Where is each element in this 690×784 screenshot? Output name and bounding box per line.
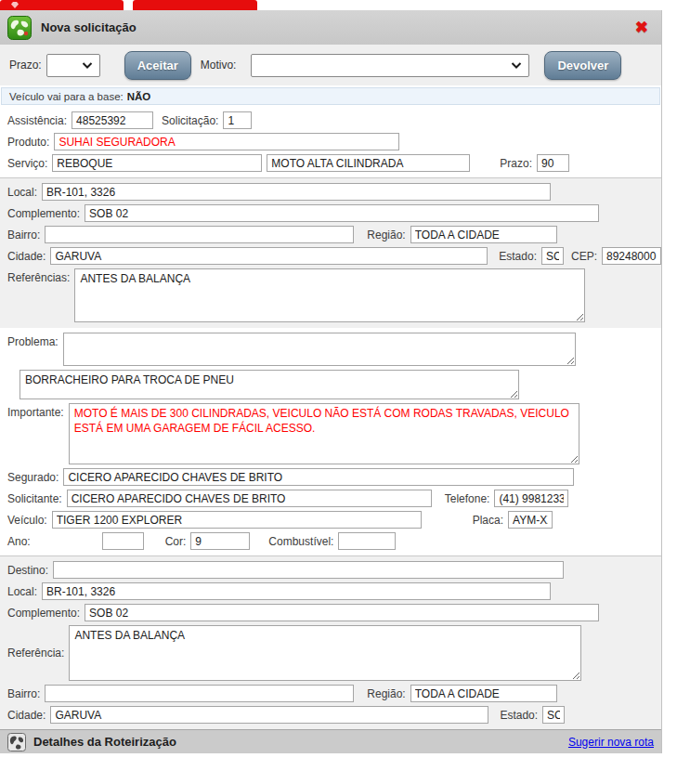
info-bar-label: Veículo vai para a base: bbox=[9, 91, 124, 102]
prazo-select[interactable] bbox=[46, 54, 100, 77]
servico-row: Serviço: Prazo: bbox=[0, 152, 661, 174]
sugerir-nova-rota-link[interactable]: Sugerir nova rota bbox=[568, 736, 654, 749]
referencias-textarea[interactable]: ANTES DA BALANÇA bbox=[74, 268, 585, 322]
combustivel-input[interactable] bbox=[338, 532, 396, 550]
referencias-row: Referências: ANTES DA BALANÇA bbox=[0, 267, 661, 324]
servico-detalhe-input[interactable] bbox=[267, 154, 470, 172]
chevron-down-icon bbox=[82, 62, 93, 69]
referencias-label: Referências: bbox=[7, 271, 70, 284]
local-input[interactable] bbox=[42, 183, 551, 201]
browser-tab-2[interactable] bbox=[133, 0, 257, 10]
browser-tabs-strip bbox=[0, 0, 690, 10]
destino-local-input[interactable] bbox=[42, 582, 551, 600]
bairro-label: Bairro: bbox=[7, 229, 40, 242]
destino-cidade-input[interactable] bbox=[50, 706, 488, 724]
panel-header: Nova solicitação ✖ bbox=[0, 10, 661, 45]
aceitar-button[interactable]: Aceitar bbox=[124, 51, 191, 80]
veiculo-input[interactable] bbox=[52, 511, 422, 529]
motivo-select[interactable] bbox=[251, 54, 529, 77]
bairro-input[interactable] bbox=[45, 226, 354, 243]
produto-label: Produto: bbox=[7, 136, 49, 149]
destino-complemento-label: Complemento: bbox=[7, 607, 80, 620]
segurado-row: Segurado: bbox=[0, 466, 661, 488]
prazo-input[interactable] bbox=[537, 154, 569, 172]
destino-regiao-label: Região: bbox=[367, 687, 405, 700]
destino-cidade-estado-row: Cidade: Estado: bbox=[0, 704, 661, 725]
problema-extra-textarea[interactable]: BORRACHEIRO PARA TROCA DE PNEU bbox=[20, 370, 519, 399]
solicitante-input[interactable] bbox=[67, 490, 432, 507]
cep-input[interactable] bbox=[602, 247, 661, 265]
destino-bairro-regiao-row: Bairro: Região: bbox=[0, 683, 661, 704]
globe-gray-icon bbox=[7, 733, 26, 751]
solicitacao-input[interactable] bbox=[223, 111, 252, 129]
estado-label: Estado: bbox=[499, 250, 537, 263]
browser-tab-1[interactable] bbox=[0, 0, 124, 10]
combustivel-label: Combustível: bbox=[268, 535, 333, 548]
bairro-regiao-row: Bairro: Região: bbox=[0, 224, 661, 245]
local-row: Local: bbox=[0, 181, 661, 203]
placa-input[interactable] bbox=[508, 511, 553, 529]
segurado-input[interactable] bbox=[63, 468, 574, 486]
devolver-button[interactable]: Devolver bbox=[544, 51, 621, 80]
problema-extra-row: BORRACHEIRO PARA TROCA DE PNEU bbox=[0, 368, 661, 401]
ano-input[interactable] bbox=[102, 532, 144, 550]
cidade-estado-cep-row: Cidade: Estado: CEP: bbox=[0, 245, 661, 267]
produto-row: Produto: bbox=[0, 131, 661, 152]
destino-regiao-input[interactable] bbox=[410, 685, 557, 702]
toolbar: Prazo: Aceitar Motivo: Devolver bbox=[0, 45, 661, 85]
destino-input[interactable] bbox=[53, 561, 564, 579]
solicitacao-label: Solicitação: bbox=[162, 114, 218, 127]
close-icon[interactable]: ✖ bbox=[635, 20, 648, 35]
request-section: Assistência: Solicitação: Produto: Servi… bbox=[0, 107, 661, 177]
complemento-label: Complemento: bbox=[7, 207, 80, 220]
cidade-input[interactable] bbox=[50, 247, 488, 265]
servico-input[interactable] bbox=[52, 154, 262, 172]
destino-local-label: Local: bbox=[7, 585, 37, 598]
destino-row: Destino: bbox=[0, 559, 661, 581]
complemento-row: Complemento: bbox=[0, 203, 661, 224]
cor-input[interactable] bbox=[190, 532, 250, 550]
destino-referencia-row: Referência: ANTES DA BALANÇA bbox=[0, 623, 661, 683]
assistencia-input[interactable] bbox=[72, 111, 153, 129]
importante-row: Importante: MOTO É MAIS DE 300 CILINDRAD… bbox=[0, 401, 661, 466]
vehicle-base-info-bar: Veículo vai para a base: NÃO bbox=[1, 87, 660, 105]
destino-bairro-input[interactable] bbox=[45, 685, 354, 702]
regiao-label: Região: bbox=[367, 229, 405, 242]
tab-pin-icon bbox=[11, 2, 19, 8]
destino-referencia-label: Referência: bbox=[7, 647, 64, 660]
destino-complemento-input[interactable] bbox=[85, 604, 599, 621]
destino-label: Destino: bbox=[7, 564, 48, 577]
telefone-input[interactable] bbox=[494, 490, 568, 507]
info-bar-value: NÃO bbox=[127, 91, 151, 102]
destino-local-row: Local: bbox=[0, 581, 661, 602]
page-title: Nova solicitação bbox=[41, 20, 137, 34]
local-label: Local: bbox=[7, 186, 37, 199]
chevron-down-icon bbox=[511, 62, 522, 69]
segurado-label: Segurado: bbox=[7, 471, 59, 484]
ano-cor-combustivel-row: Ano: Cor: Combustível: bbox=[0, 530, 661, 552]
placa-label: Placa: bbox=[473, 514, 503, 527]
cor-label: Cor: bbox=[165, 535, 187, 548]
solicitante-telefone-row: Solicitante: Telefone: bbox=[0, 488, 661, 509]
regiao-input[interactable] bbox=[410, 226, 557, 243]
problema-veiculo-section: Problema: BORRACHEIRO PARA TROCA DE PNEU… bbox=[0, 328, 661, 555]
problema-textarea[interactable] bbox=[63, 333, 576, 366]
servico-label: Serviço: bbox=[7, 157, 47, 170]
destino-referencia-textarea[interactable]: ANTES DA BALANÇA bbox=[69, 625, 581, 681]
destino-bairro-label: Bairro: bbox=[7, 687, 40, 700]
destino-estado-label: Estado: bbox=[500, 709, 538, 722]
problema-label: Problema: bbox=[7, 335, 59, 348]
importante-label: Importante: bbox=[7, 406, 64, 419]
produto-input[interactable] bbox=[54, 133, 399, 150]
ano-label: Ano: bbox=[7, 535, 31, 548]
footer-title: Detalhes da Roteirização bbox=[33, 735, 176, 749]
destino-estado-input[interactable] bbox=[542, 706, 565, 724]
cep-label: CEP: bbox=[571, 250, 597, 263]
solicitante-label: Solicitante: bbox=[7, 492, 62, 505]
estado-input[interactable] bbox=[541, 247, 564, 265]
importante-textarea[interactable]: MOTO É MAIS DE 300 CILINDRADAS, VEICULO … bbox=[69, 403, 579, 464]
destino-section: Destino: Local: Complemento: Referência:… bbox=[0, 555, 661, 729]
globe-green-icon bbox=[7, 16, 32, 40]
complemento-input[interactable] bbox=[85, 204, 599, 222]
motivo-label: Motivo: bbox=[201, 59, 237, 72]
